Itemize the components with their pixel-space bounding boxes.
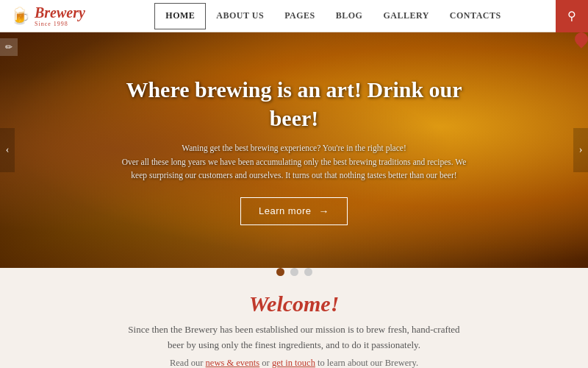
logo-since: Since 1998 — [35, 21, 85, 27]
edit-icon: ✏ — [5, 42, 12, 53]
welcome-section: Welcome! Since then the Brewery has been… — [0, 280, 588, 368]
hero-subtitle: Waning get the best brewing experience? … — [118, 141, 470, 182]
welcome-links: Read our news & events or get in touch t… — [15, 358, 573, 368]
slider-prev-button[interactable]: ‹ — [0, 128, 15, 172]
right-arrow-icon: › — [579, 144, 583, 156]
search-button[interactable]: ⚲ — [556, 0, 588, 32]
hero-content: Where brewing is an art! Drink our beer!… — [103, 75, 485, 224]
main-nav: HOME ABOUT US PAGES BLOG GALLERY CONTACT… — [110, 0, 556, 32]
hero-section: Where brewing is an art! Drink our beer!… — [0, 32, 588, 268]
arrow-icon: → — [318, 205, 329, 217]
nav-contacts[interactable]: CONTACTS — [440, 0, 512, 32]
learn-more-button[interactable]: Learn more → — [240, 197, 348, 225]
slider-next-button[interactable]: › — [573, 128, 588, 172]
slider-dots — [0, 268, 588, 276]
welcome-description: Since then the Brewery has been establis… — [110, 322, 478, 353]
logo-text: Brewery — [35, 4, 85, 21]
welcome-title: Welcome! — [15, 291, 573, 316]
news-events-link[interactable]: news & events — [206, 358, 260, 368]
slider-dot-3[interactable] — [304, 268, 312, 276]
learn-more-label: Learn more — [259, 205, 311, 216]
edit-button[interactable]: ✏ — [0, 38, 18, 56]
logo-icon: 🍺 — [10, 7, 30, 26]
nav-pages[interactable]: PAGES — [274, 0, 326, 32]
nav-gallery[interactable]: GALLERY — [373, 0, 439, 32]
slider-dot-1[interactable] — [276, 268, 284, 276]
search-icon: ⚲ — [567, 9, 576, 23]
hero-title: Where brewing is an art! Drink our beer! — [118, 75, 470, 132]
nav-home[interactable]: HOME — [154, 3, 206, 29]
logo[interactable]: 🍺 Brewery Since 1998 — [0, 5, 110, 27]
header: 🍺 Brewery Since 1998 HOME ABOUT US PAGES… — [0, 0, 588, 32]
nav-about[interactable]: ABOUT US — [206, 0, 274, 32]
nav-blog[interactable]: BLOG — [326, 0, 373, 32]
slider-dot-2[interactable] — [290, 268, 298, 276]
left-arrow-icon: ‹ — [6, 144, 10, 156]
get-in-touch-link[interactable]: get in touch — [272, 358, 315, 368]
